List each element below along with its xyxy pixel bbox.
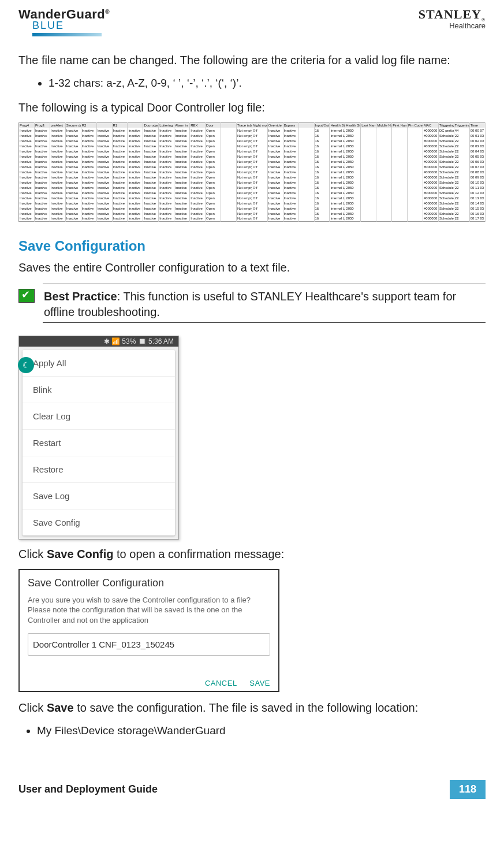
menu-item-clear-log[interactable]: Clear Log bbox=[23, 403, 175, 430]
moon-icon: ☾ bbox=[18, 357, 34, 373]
context-menu: Apply AllBlinkClear LogRestartRestoreSav… bbox=[23, 350, 175, 536]
menu-item-save-config[interactable]: Save Config bbox=[23, 510, 175, 536]
criteria-list: 1-32 chars: a-z, A-Z, 0-9, ‘ ’, ‘-’, ‘.’… bbox=[48, 75, 486, 92]
config-filename-input[interactable] bbox=[28, 633, 270, 656]
phone-status-bar: ✱ 📶 53% 🔲 5:36 AM bbox=[19, 336, 178, 347]
criteria-item: 1-32 chars: a-z, A-Z, 0-9, ‘ ’, ‘-’, ‘.’… bbox=[48, 75, 486, 92]
menu-item-save-log[interactable]: Save Log bbox=[23, 483, 175, 510]
menu-item-restart[interactable]: Restart bbox=[23, 430, 175, 456]
footer-title: User and Deployment Guide bbox=[18, 783, 158, 795]
menu-item-apply-all[interactable]: Apply All bbox=[23, 350, 175, 377]
phone-screenshot: ☾ ✱ 📶 53% 🔲 5:36 AM Apply AllBlinkClear … bbox=[18, 336, 179, 540]
menu-item-restore[interactable]: Restore bbox=[23, 456, 175, 483]
best-practice-text: Best Practice: This function is useful t… bbox=[44, 289, 486, 320]
paragraph-click-save-config: Click Save Config to open a confirmation… bbox=[18, 546, 486, 562]
cancel-button[interactable]: CANCEL bbox=[205, 679, 237, 687]
log-file-table: Prog4Prog3preAlertSecure doR2R1Door ajar… bbox=[18, 122, 486, 222]
save-button[interactable]: SAVE bbox=[249, 679, 270, 687]
page-header: WanderGuard® BLUE STANLEY® Healthcare bbox=[18, 7, 486, 36]
menu-item-blink[interactable]: Blink bbox=[23, 377, 175, 403]
paragraph-filename-criteria: The file name can be changed. The follow… bbox=[18, 53, 486, 68]
dialog-title: Save Controller Configuration bbox=[28, 577, 270, 589]
page-number: 118 bbox=[450, 780, 486, 799]
location-list: My Files\Device storage\WanderGuard bbox=[37, 723, 486, 739]
save-config-dialog: Save Controller Configuration Are you su… bbox=[18, 569, 279, 693]
brand-left: WanderGuard® BLUE bbox=[18, 7, 110, 36]
stanley-logo: STANLEY® bbox=[419, 7, 486, 23]
paragraph-typical-log: The following is a typical Door Controll… bbox=[18, 100, 486, 116]
location-item: My Files\Device storage\WanderGuard bbox=[37, 723, 486, 739]
dialog-body: Are you sure you wish to save the Contro… bbox=[28, 595, 270, 626]
blue-logo: BLUE bbox=[32, 20, 110, 36]
page-footer: User and Deployment Guide 118 bbox=[18, 780, 486, 799]
healthcare-text: Healthcare bbox=[419, 21, 486, 30]
paragraph-click-save: Click Save to save the configuration. Th… bbox=[18, 700, 486, 716]
dialog-actions: CANCEL SAVE bbox=[28, 679, 270, 687]
brand-right: STANLEY® Healthcare bbox=[419, 7, 486, 30]
section-heading-save-config: Save Configuration bbox=[18, 238, 486, 254]
best-practice-block: Best Practice: This function is useful t… bbox=[18, 284, 486, 323]
paragraph-save-desc: Saves the entire Controller configuratio… bbox=[18, 260, 486, 276]
checkmark-icon bbox=[18, 289, 35, 303]
